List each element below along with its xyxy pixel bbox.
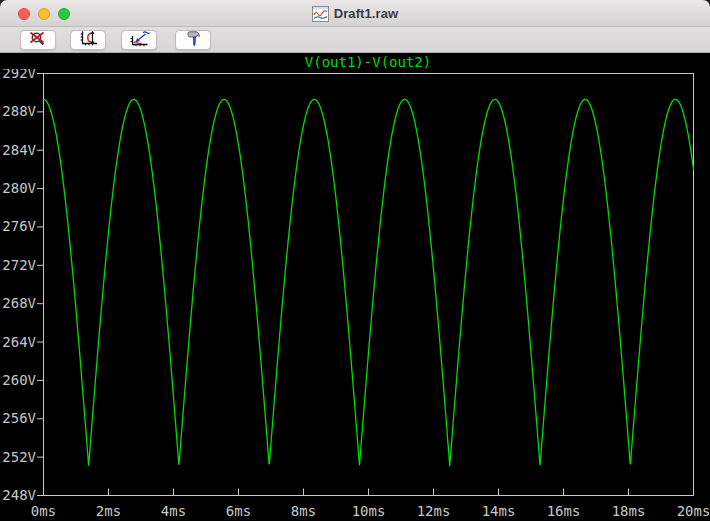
zoom-off-button[interactable]	[20, 30, 56, 50]
x-axis-label[interactable]: 10ms	[352, 503, 386, 519]
x-axis-label[interactable]: 2ms	[96, 503, 121, 519]
hammer-icon	[182, 30, 204, 50]
y-axis-label[interactable]: 248V	[2, 487, 36, 503]
window-title: Draft1.raw	[334, 6, 399, 21]
zoom-back-button[interactable]	[121, 30, 157, 50]
x-axis-label[interactable]: 8ms	[291, 503, 316, 519]
y-axis-label[interactable]: 252V	[2, 449, 36, 465]
titlebar: Draft1.raw	[0, 0, 710, 27]
x-axis-label[interactable]: 14ms	[482, 503, 516, 519]
y-axis-label[interactable]: 256V	[2, 410, 36, 426]
title-group: Draft1.raw	[0, 0, 710, 27]
zoom-back-axis-icon	[128, 30, 150, 50]
y-axis-label[interactable]: 276V	[2, 218, 36, 234]
x-axis-label[interactable]: 20ms	[677, 503, 710, 519]
x-axis-label[interactable]: 0ms	[31, 503, 56, 519]
x-axis-label[interactable]: 4ms	[161, 503, 186, 519]
y-axis-label[interactable]: 272V	[2, 257, 36, 273]
trace-label[interactable]: V(out1)-V(out2)	[43, 55, 693, 69]
y-axis-label[interactable]: 260V	[2, 372, 36, 388]
autorange-axis-icon	[77, 30, 99, 50]
y-axis-label[interactable]: 264V	[2, 334, 36, 350]
x-axis-label[interactable]: 18ms	[612, 503, 646, 519]
y-axis-label[interactable]: 268V	[2, 295, 36, 311]
waveform-pane: V(out1)-V(out2) 292V288V284V280V276V272V…	[0, 53, 710, 521]
control-panel-button[interactable]	[175, 30, 211, 50]
x-axis-label[interactable]: 6ms	[226, 503, 251, 519]
y-axis-label[interactable]: 288V	[2, 103, 36, 119]
y-axis-label[interactable]: 280V	[2, 180, 36, 196]
x-axis-label[interactable]: 12ms	[417, 503, 451, 519]
autorange-y-button[interactable]	[70, 30, 106, 50]
magnifier-crossed-icon	[27, 30, 49, 50]
waveform-trace[interactable]	[44, 99, 694, 465]
waveform-plot[interactable]: 292V288V284V280V276V272V268V264V260V256V…	[0, 69, 710, 521]
plot-frame	[44, 74, 694, 496]
y-axis-label[interactable]: 284V	[2, 142, 36, 158]
waveform-document-icon	[312, 6, 329, 22]
x-axis-label[interactable]: 16ms	[547, 503, 581, 519]
ltspice-waveform-window: Draft1.raw	[0, 0, 710, 521]
toolbar	[0, 27, 710, 53]
y-axis-label[interactable]: 292V	[2, 69, 36, 81]
